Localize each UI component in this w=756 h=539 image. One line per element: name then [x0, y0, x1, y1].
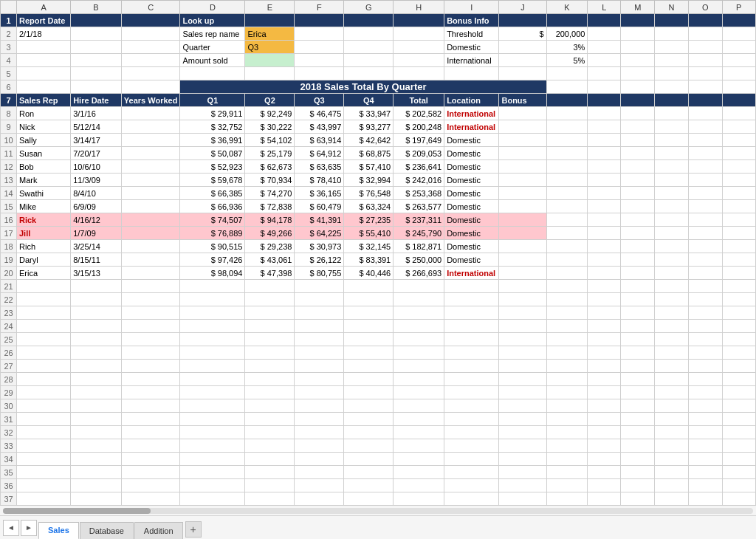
amount-label: Amount sold [180, 54, 245, 67]
header-hire-date: Hire Date [71, 94, 122, 107]
tab-add-button[interactable]: + [185, 521, 202, 538]
threshold-value: 200,000 [546, 27, 588, 41]
grid-table: A B C D E F G H I J K L M N O P [0, 0, 756, 505]
spreadsheet: A B C D E F G H I J K L M N O P [0, 0, 756, 539]
tab-nav-next[interactable]: ► [21, 520, 37, 536]
col-H[interactable]: H [394, 1, 444, 14]
row-20: 20 Erica 3/15/13 $ 98,094 $ 47,398 $ 80,… [1, 267, 756, 280]
header-years-worked: Years Worked [121, 94, 180, 107]
row-36: 36 [1, 479, 756, 492]
horizontal-scrollbar[interactable] [0, 505, 756, 515]
report-date-value[interactable]: 2/1/18 [17, 27, 71, 41]
row-33: 33 [1, 439, 756, 453]
header-q3: Q3 [295, 94, 344, 107]
quarter-label: Quarter [180, 41, 245, 54]
row-7-headers: 7 Sales Rep Hire Date Years Worked Q1 Q2… [1, 94, 756, 107]
header-q2: Q2 [245, 94, 295, 107]
bonus-info-label: Bonus Info [444, 14, 499, 27]
row-18: 18 Rich 3/25/14 $ 90,515 $ 29,238 $ 30,9… [1, 240, 756, 253]
row-16: 16 Rick 4/16/12 $ 74,507 $ 94,178 $ 41,3… [1, 213, 756, 227]
col-P[interactable]: P [722, 1, 755, 14]
col-K[interactable]: K [546, 1, 588, 14]
col-E[interactable]: E [245, 1, 295, 14]
row-1: 1 Report Date Look up Bonus Info [1, 14, 756, 27]
row-23: 23 [1, 306, 756, 320]
col-B[interactable]: B [71, 1, 122, 14]
header-q4: Q4 [344, 94, 394, 107]
sales-rep-label: Sales rep name [180, 27, 245, 41]
row-11: 11 Susan 7/20/17 $ 50,087 $ 25,179 $ 64,… [1, 147, 756, 160]
tab-database[interactable]: Database [80, 522, 134, 540]
scroll-track[interactable] [3, 508, 753, 514]
row-37: 37 [1, 492, 756, 506]
main-title: 2018 Sales Total By Quarter [180, 80, 546, 94]
row-27: 27 [1, 360, 756, 373]
threshold-label: Threshold [444, 27, 499, 41]
report-date-label[interactable]: Report Date [17, 14, 71, 27]
domestic-label: Domestic [444, 41, 499, 54]
international-label: International [444, 54, 499, 67]
row-9: 9 Nick 5/12/14 $ 32,752 $ 30,222 $ 43,99… [1, 120, 756, 134]
col-F[interactable]: F [295, 1, 344, 14]
col-J[interactable]: J [499, 1, 546, 14]
row-26: 26 [1, 346, 756, 360]
row-29: 29 [1, 386, 756, 399]
col-N[interactable]: N [655, 1, 689, 14]
header-sales-rep: Sales Rep [17, 94, 71, 107]
row-28: 28 [1, 373, 756, 386]
quarter-value[interactable]: Q3 [245, 41, 295, 54]
corner-cell [1, 1, 17, 14]
row-10: 10 Sally 3/14/17 $ 36,991 $ 54,102 $ 63,… [1, 134, 756, 147]
tab-sales[interactable]: Sales [38, 522, 79, 540]
col-L[interactable]: L [588, 1, 621, 14]
tab-nav-prev[interactable]: ◄ [3, 520, 19, 536]
domestic-value: 3% [546, 41, 588, 54]
row-34: 34 [1, 453, 756, 466]
row-2: 2 2/1/18 Sales rep name Erica Threshold … [1, 27, 756, 41]
grid-container[interactable]: A B C D E F G H I J K L M N O P [0, 0, 756, 505]
col-header-row: A B C D E F G H I J K L M N O P [1, 1, 756, 14]
col-D[interactable]: D [180, 1, 245, 14]
row-32: 32 [1, 426, 756, 439]
col-A[interactable]: A [17, 1, 71, 14]
row-8: 8 Ron 3/1/16 $ 29,911 $ 92,249 $ 46,475 … [1, 107, 756, 120]
tab-addition[interactable]: Addition [134, 522, 183, 540]
col-G[interactable]: G [344, 1, 394, 14]
col-I[interactable]: I [444, 1, 499, 14]
threshold-symbol: $ [499, 27, 546, 41]
row-22: 22 [1, 293, 756, 306]
header-bonus: Bonus [499, 94, 546, 107]
row-13: 13 Mark 11/3/09 $ 59,678 $ 70,934 $ 78,4… [1, 174, 756, 187]
sales-rep-value[interactable]: Erica [245, 27, 295, 41]
row-30: 30 [1, 399, 756, 413]
header-q1: Q1 [180, 94, 245, 107]
row-21: 21 [1, 280, 756, 293]
row-5: 5 [1, 67, 756, 80]
col-O[interactable]: O [688, 1, 722, 14]
row-31: 31 [1, 413, 756, 426]
scroll-thumb[interactable] [3, 508, 151, 514]
row-24: 24 [1, 320, 756, 333]
amount-value[interactable] [245, 54, 295, 67]
col-C[interactable]: C [121, 1, 180, 14]
row-3: 3 Quarter Q3 Domestic 3% [1, 41, 756, 54]
row-14: 14 Swathi 8/4/10 $ 66,385 $ 74,270 $ 36,… [1, 187, 756, 200]
header-total: Total [394, 94, 444, 107]
row-12: 12 Bob 10/6/10 $ 52,923 $ 62,673 $ 63,63… [1, 160, 756, 174]
row-17: 17 Jill 1/7/09 $ 76,889 $ 49,266 $ 64,22… [1, 227, 756, 240]
row-6-title: 6 2018 Sales Total By Quarter [1, 80, 756, 94]
lookup-label: Look up [180, 14, 245, 27]
col-M[interactable]: M [621, 1, 655, 14]
row-25: 25 [1, 333, 756, 346]
international-value: 5% [546, 54, 588, 67]
row-19: 19 Daryl 8/15/11 $ 97,426 $ 43,061 $ 26,… [1, 253, 756, 267]
header-location: Location [444, 94, 499, 107]
sheet-tabs-bar: ◄ ► Sales Database Addition + [0, 515, 756, 539]
row-15: 15 Mike 6/9/09 $ 66,936 $ 72,838 $ 60,47… [1, 200, 756, 213]
row-4: 4 Amount sold International 5% [1, 54, 756, 67]
row-35: 35 [1, 466, 756, 479]
app-container: A B C D E F G H I J K L M N O P [0, 0, 756, 539]
